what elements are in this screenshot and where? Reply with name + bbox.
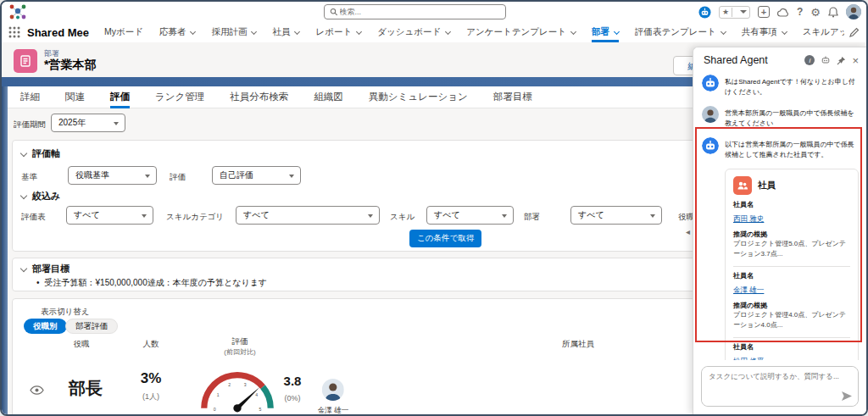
axis-field-label: 基準: [21, 172, 37, 183]
agent-avatar: [702, 137, 719, 154]
chat-input[interactable]: [702, 367, 858, 406]
headcount-cell: 3% (1人): [141, 370, 162, 402]
favorites-star-icon[interactable]: ★: [722, 8, 729, 16]
favorites-dropdown-icon[interactable]: [740, 10, 747, 14]
nav-tab-departments[interactable]: 部署: [592, 22, 619, 42]
nav-tab-applicants[interactable]: 応募者: [159, 22, 196, 42]
agent-avatar: [702, 75, 719, 92]
score-cell: 3.8 (0%): [284, 374, 302, 404]
tab-related[interactable]: 関連: [65, 86, 85, 108]
search-input[interactable]: [338, 7, 500, 17]
nav-tab-hiring-plan[interactable]: 採用計画: [211, 22, 256, 42]
send-icon[interactable]: [841, 391, 853, 402]
chevron-down-icon: [614, 28, 620, 34]
skill-select[interactable]: すべて: [426, 206, 514, 225]
tab-department-goals[interactable]: 部署目標: [493, 86, 532, 108]
chevron-down-icon: [356, 28, 362, 34]
cloud-icon[interactable]: [777, 8, 789, 17]
chevron-down-icon: [190, 28, 196, 34]
nav-tab-skillup-board[interactable]: スキルアップボード: [803, 22, 844, 42]
col-header-members: 所属社員: [562, 339, 594, 349]
candidate-entry: 社員名 西田 雅史 推奨の根拠 プロジェクト管理5.0点、プレゼンテーション3.…: [733, 200, 850, 259]
employee-result-card: 社員 社員名 西田 雅史 推奨の根拠 プロジェクト管理5.0点、プレゼンテーショ…: [725, 169, 859, 360]
nav-tab-survey-templates[interactable]: アンケートテンプレート: [466, 22, 576, 42]
view-by-department-pill[interactable]: 部署評価: [65, 319, 118, 334]
eval-sheet-select[interactable]: すべて: [66, 206, 153, 225]
tab-transfer-simulation[interactable]: 異動シミュレーション: [369, 86, 468, 108]
close-icon[interactable]: ×: [852, 55, 859, 66]
candidate-link[interactable]: 西田 雅史: [733, 214, 764, 225]
tab-details[interactable]: 詳細: [20, 86, 40, 108]
chevron-down-icon: [20, 264, 27, 271]
app-logo: [8, 3, 27, 20]
pin-icon[interactable]: [837, 56, 846, 65]
result-card-title: 社員: [758, 180, 776, 191]
criteria-select[interactable]: 役職基準: [68, 166, 157, 185]
agent-message: 以下は営業本部所属の一般職員の中で係長候補として推薦された社員です。: [702, 137, 858, 160]
axis-field-label: 評価: [170, 172, 186, 183]
goals-section-header[interactable]: 部署目標: [21, 263, 70, 275]
notifications-bell-icon[interactable]: [828, 7, 838, 18]
tab-evaluation[interactable]: 評価: [110, 86, 130, 108]
fetch-button[interactable]: この条件で取得: [409, 230, 481, 247]
edit-nav-pencil-icon[interactable]: [849, 27, 860, 37]
nav-tab-employees[interactable]: 社員: [272, 22, 299, 42]
candidate-entry: 社員名 松田 修平 推奨の根拠 プロジェクト管理4.0点、プレゼンテーション4.…: [733, 342, 850, 360]
view-switch-label: 表示切り替え: [41, 307, 89, 318]
global-search[interactable]: [324, 4, 506, 19]
info-icon[interactable]: i: [804, 55, 815, 65]
nav-tab-eval-templates[interactable]: 評価表テンプレート: [635, 22, 726, 42]
candidate-link[interactable]: 金澤 雄一: [733, 286, 764, 296]
role-cell: 部長: [69, 377, 103, 400]
nav-tab-shared-items[interactable]: 共有事項: [742, 22, 787, 42]
record-title: *営業本部: [44, 58, 96, 73]
employee-object-icon: [733, 176, 752, 195]
chevron-down-icon: [20, 191, 27, 198]
member-avatar[interactable]: [322, 379, 344, 401]
chevron-down-icon: [20, 149, 27, 156]
period-select[interactable]: 2025年: [51, 114, 125, 132]
axis-section-header[interactable]: 評価軸: [21, 147, 60, 160]
shared-agent-panel: ◂ Shared Agent i × 私はShared Agentです！何なりと…: [693, 47, 866, 414]
divider: [733, 266, 850, 267]
app-name: Shared Mee: [27, 26, 89, 39]
candidate-link[interactable]: 松田 修平: [733, 357, 764, 360]
svg-text:4: 4: [255, 392, 258, 397]
agent-icon[interactable]: [698, 6, 711, 19]
skill-label: スキル: [390, 212, 415, 223]
agent-message: 私はShared Agentです！何なりとお申し付けください。: [702, 75, 858, 97]
skill-category-select[interactable]: すべて: [236, 206, 380, 225]
help-icon[interactable]: ?: [797, 7, 803, 17]
visibility-eye-icon[interactable]: [30, 385, 44, 395]
svg-text:1: 1: [217, 392, 220, 397]
app-launcher-icon[interactable]: [8, 26, 20, 38]
narrow-section-header[interactable]: 絞込み: [21, 190, 60, 202]
nav-tab-myboard[interactable]: Myボード: [104, 22, 143, 42]
skill-category-label: スキルカテゴリ: [166, 212, 224, 223]
search-icon: [330, 8, 338, 16]
nav-tab-dashboards[interactable]: ダッシュボード: [377, 22, 450, 42]
profile-avatar[interactable]: [846, 4, 861, 19]
tab-employee-distribution[interactable]: 社員分布検索: [230, 86, 288, 108]
tab-rank-management[interactable]: ランク管理: [155, 86, 204, 108]
favorites-control[interactable]: ★: [719, 6, 750, 19]
setup-gear-icon[interactable]: ⚙: [810, 7, 821, 18]
score-gauge: 0 1 2 3 4 5: [193, 360, 281, 414]
evaluation-select[interactable]: 自己評価: [212, 166, 301, 185]
panel-title: Shared Agent: [704, 54, 804, 66]
candidate-entry: 社員名 金澤 雄一 推奨の根拠 プロジェクト管理4.0点、プレゼンテーション4.…: [733, 271, 850, 330]
view-by-role-pill[interactable]: 役職別: [24, 319, 67, 334]
eval-sheet-label: 評価表: [21, 212, 46, 223]
agent-robot-icon[interactable]: [821, 55, 831, 65]
header-actions: ★ + ? ⚙: [698, 3, 861, 20]
global-actions-icon[interactable]: +: [758, 6, 770, 18]
divider: [733, 337, 850, 338]
left-edge-strip: [2, 86, 8, 414]
panel-collapse-icon[interactable]: ◂: [686, 227, 690, 236]
department-select[interactable]: すべて: [570, 206, 662, 225]
nav-tab-reports[interactable]: レポート: [315, 22, 361, 42]
period-label: 評価期間: [14, 119, 46, 130]
chevron-down-icon: [721, 28, 726, 34]
tab-org-chart[interactable]: 組織図: [314, 86, 343, 108]
member-name: 金澤 雄一: [318, 406, 348, 416]
